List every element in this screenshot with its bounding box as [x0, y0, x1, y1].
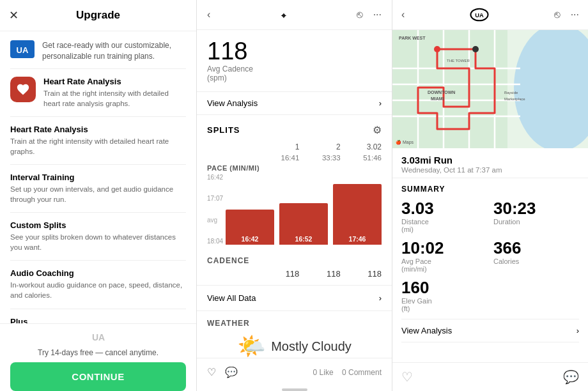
chevron-right-2: ›	[379, 293, 382, 303]
splits-header: SPLITS ⚙	[197, 115, 392, 142]
svg-point-18	[472, 46, 479, 52]
view-analysis-row-2[interactable]: View Analysis ›	[401, 319, 579, 342]
upgrade-hero: UA Get race-ready with our customizable,…	[10, 31, 186, 69]
chevron-right-icon: ›	[379, 98, 382, 108]
cad-2: 118	[299, 269, 340, 279]
ua-logo-footer-icon: UA	[87, 330, 110, 343]
calories-value: 366	[493, 240, 579, 256]
splits-times: 16:41 33:33 51:46	[207, 154, 382, 162]
cadence-values-row: 118 118 118	[207, 269, 382, 279]
feature-plus: Plus... Power Analysis, Cadence Analysis…	[10, 309, 186, 323]
feature-name: Heart Rate Analysis	[43, 77, 186, 86]
comment-icon[interactable]: 💬	[225, 366, 238, 378]
svg-text:UA: UA	[91, 332, 104, 342]
bar-2: 16:52	[279, 203, 328, 245]
like-icon[interactable]: ♡	[207, 366, 216, 378]
map-container: PARK WEST THE TOWER DOWNTOWN MIAMI Baysi…	[392, 30, 588, 148]
feature-name-5: Audio Coaching	[10, 268, 186, 278]
col-3: 3.02	[341, 142, 382, 151]
close-icon[interactable]: ✕	[9, 8, 19, 22]
y-label-mid: 17:07	[207, 195, 223, 202]
weather-section: WEATHER 🌤️ Mostly Cloudy	[197, 311, 392, 358]
splits-col-headers: 1 2 3.02	[207, 142, 382, 151]
detail-like-icon[interactable]: ♡	[401, 369, 413, 385]
upgrade-title: Upgrade	[76, 9, 120, 22]
view-analysis-label: View Analysis	[207, 98, 258, 108]
pace-value: 10:02	[401, 240, 487, 256]
back-icon[interactable]: ‹	[207, 9, 210, 20]
bar-chart: 16:42 16:52 17:46	[226, 174, 382, 245]
settings-icon[interactable]: ⚙	[373, 124, 382, 136]
distance-value: 3.03	[401, 200, 487, 217]
feature-heart-rate-2: Heart Rate Analysis Train at the right i…	[10, 117, 186, 165]
feature-name-3: Interval Training	[10, 172, 186, 182]
chevron-right-3: ›	[576, 326, 579, 335]
map-svg: PARK WEST THE TOWER DOWNTOWN MIAMI Baysi…	[392, 30, 588, 148]
feature-name-2: Heart Rate Analysis	[10, 125, 186, 134]
summary-title: SUMMARY	[401, 185, 579, 194]
continue-button[interactable]: CONTINUE	[10, 362, 186, 391]
bar-3: 17:46	[333, 184, 382, 245]
upgrade-panel: ✕ Upgrade UA Get race-ready with our cus…	[0, 0, 197, 391]
bar-3-wrapper: 17:46	[333, 174, 382, 245]
detail-back-icon[interactable]: ‹	[401, 9, 405, 20]
view-all-data-row[interactable]: View All Data ›	[197, 286, 392, 311]
avg-cadence-section: 118 Avg Cadence(spm)	[197, 30, 392, 92]
detail-more-icon[interactable]: ···	[571, 9, 579, 20]
feature-desc: Train at the right intensity with detail…	[43, 88, 186, 109]
avg-cadence-value: 118	[207, 39, 382, 63]
svg-text:UA: UA	[17, 45, 29, 55]
ua-logo-center: ⌖	[273, 8, 293, 22]
heart-icon	[16, 82, 30, 96]
feature-desc-4: See your splits broken down to whatever …	[10, 232, 186, 252]
share-icon[interactable]: ⎋	[357, 9, 363, 20]
more-icon[interactable]: ···	[373, 9, 382, 20]
bar-2-wrapper: 16:52	[279, 174, 328, 245]
col-1: 1	[258, 142, 299, 151]
upgrade-content: UA Get race-ready with our customizable,…	[0, 31, 196, 323]
elev-value: 160	[401, 279, 579, 296]
header-actions: ⎋ ···	[357, 9, 382, 20]
svg-text:MIAMI: MIAMI	[431, 96, 444, 101]
stat-distance: 3.03 Distance(mi)	[401, 200, 487, 233]
cadence-splits-section: CADENCE 118 118 118	[197, 250, 392, 286]
col-2: 2	[299, 142, 340, 151]
view-analysis-row[interactable]: View Analysis ›	[197, 92, 392, 115]
map-background: PARK WEST THE TOWER DOWNTOWN MIAMI Baysi…	[392, 30, 588, 148]
heart-rate-icon-box	[10, 77, 36, 102]
stats-header: ‹ ⌖ ⎋ ···	[197, 0, 392, 30]
weather-icon: 🌤️	[237, 333, 266, 358]
upgrade-header: ✕ Upgrade	[0, 0, 196, 31]
run-title: 3.03mi Run	[401, 155, 579, 165]
detail-footer: ♡ 💬	[392, 362, 588, 391]
feature-interval: Interval Training Set up your own interv…	[10, 165, 186, 213]
view-all-label: View All Data	[207, 293, 256, 303]
pace-label: PACE (MIN/MI)	[207, 164, 382, 172]
detail-share-icon[interactable]: ⎋	[554, 9, 561, 20]
footer-icons: ♡ 💬	[207, 366, 238, 378]
pace-label-stat: Avg Pace(min/mi)	[401, 257, 487, 273]
run-info: 3.03mi Run Wednesday, Oct 11 at 7:37 am	[392, 148, 588, 178]
cad-3: 118	[341, 269, 382, 279]
y-label-low: 18:04	[207, 238, 223, 245]
elev-gain: 160 Elev Gain(ft)	[401, 279, 579, 312]
cad-1: 118	[258, 269, 299, 279]
calories-label: Calories	[493, 257, 579, 265]
feature-desc-2: Train at the right intensity with detail…	[10, 136, 186, 157]
svg-point-17	[434, 46, 440, 52]
upgrade-footer: UA Try 14-days free — cancel anytime. CO…	[0, 323, 196, 391]
time-2: 33:33	[299, 154, 340, 162]
stats-footer: ♡ 💬 0 Like 0 Comment	[197, 358, 392, 386]
weather-content: 🌤️ Mostly Cloudy	[207, 333, 382, 358]
bar-1: 16:42	[226, 210, 274, 245]
distance-label: Distance(mi)	[401, 218, 487, 233]
feature-desc-5: In-workout audio guidance on pace, speed…	[10, 280, 186, 300]
upgrade-hero-text: Get race-ready with our customizable, pe…	[42, 40, 186, 62]
detail-comment-icon[interactable]: 💬	[563, 369, 579, 385]
stat-calories: 366 Calories	[493, 240, 579, 273]
stats-panel: ‹ ⌖ ⎋ ··· 118 Avg Cadence(spm) View Anal…	[197, 0, 392, 391]
detail-header: ‹ UA ⎋ ···	[392, 0, 588, 30]
ua-logo-detail: UA	[469, 8, 490, 22]
svg-text:PARK WEST: PARK WEST	[399, 36, 426, 40]
splits-title: SPLITS	[207, 125, 240, 135]
